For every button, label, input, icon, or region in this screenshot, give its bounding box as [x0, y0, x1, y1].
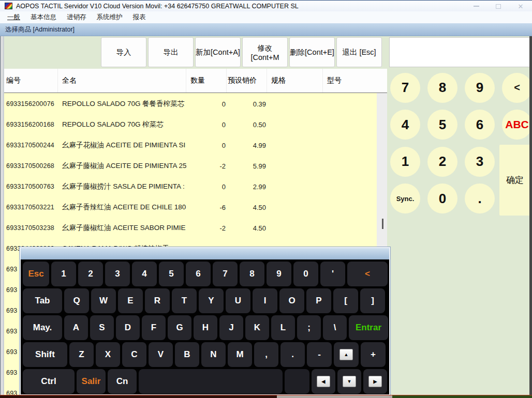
key-backslash[interactable]: \ — [323, 315, 347, 340]
key-n[interactable]: N — [201, 342, 226, 367]
key-j[interactable]: J — [219, 315, 243, 340]
key-ctrl[interactable]: Ctrl — [23, 369, 75, 394]
key-s[interactable]: S — [90, 315, 114, 340]
key-salir[interactable]: Salir — [77, 369, 106, 394]
export-button[interactable]: 导出 — [148, 37, 194, 67]
key-4[interactable]: 4 — [132, 262, 157, 286]
key-g[interactable]: G — [168, 315, 191, 340]
key-2[interactable]: 2 — [78, 262, 103, 286]
menu-item-basic-info[interactable]: 基本信息 — [25, 12, 62, 23]
key-6[interactable]: 6 — [186, 262, 211, 286]
cell-name: 幺麻子香辣红油 ACEITE DE CHILE 180 — [58, 203, 186, 212]
key-b[interactable]: B — [175, 342, 199, 367]
key-bracket-close[interactable]: ] — [360, 288, 385, 313]
exit-button[interactable]: 退出 [Esc] — [336, 37, 382, 67]
key-cn[interactable]: Cn — [108, 369, 137, 394]
key-c[interactable]: C — [122, 342, 146, 367]
keypad-key-8[interactable]: 8 — [427, 73, 457, 103]
key-d[interactable]: D — [116, 315, 140, 340]
table-row[interactable]: 6933156200076REPOLLO SALADO 70G 餐餐香榨菜芯00… — [4, 94, 377, 114]
key-semicolon[interactable]: ; — [297, 315, 321, 340]
keypad-key-3[interactable]: 3 — [465, 147, 495, 177]
table-row[interactable]: 6933170503238幺麻子藤椒红油 ACEITE SABOR PIMIE-… — [4, 218, 377, 238]
key-q[interactable]: Q — [64, 288, 89, 313]
keypad-key-1[interactable]: 1 — [390, 147, 420, 177]
keypad-decimal-button[interactable]: . — [465, 183, 495, 213]
keypad-key-7[interactable]: 7 — [390, 73, 420, 103]
key-arrow-left[interactable]: ◀ — [312, 369, 335, 394]
keypad-abc-button[interactable]: ABC — [502, 110, 532, 140]
key-e[interactable]: E — [118, 288, 143, 313]
menu-item-inventory[interactable]: 进销存 — [62, 12, 92, 23]
keypad-key-9[interactable]: 9 — [465, 73, 495, 103]
sync-button[interactable]: Sync. — [390, 183, 420, 213]
key-may[interactable]: May. — [23, 315, 62, 340]
key-arrow-up[interactable]: ▲ — [334, 342, 359, 367]
table-row[interactable]: 6933170500763幺麻子藤椒捞汁 SASLA DE PIMIENTA :… — [4, 176, 377, 197]
toolbar: 导入导出新加[Cont+A]修改 [Cont+M删除[Cont+E]退出 [Es… — [101, 37, 382, 67]
key-z[interactable]: Z — [69, 342, 94, 367]
key-entrar[interactable]: Entrar — [349, 315, 388, 340]
menu-item-maintenance[interactable]: 系统维护 — [92, 12, 128, 23]
key-p[interactable]: P — [306, 288, 331, 313]
key-m[interactable]: M — [228, 342, 252, 367]
key-x[interactable]: X — [96, 342, 120, 367]
key-l[interactable]: L — [271, 315, 295, 340]
keypad-key-2[interactable]: 2 — [427, 147, 457, 177]
keypad-backspace-button[interactable]: < — [502, 73, 532, 103]
delete-button[interactable]: 删除[Cont+E] — [289, 37, 335, 67]
key-a[interactable]: A — [64, 315, 88, 340]
scrollbar-thumb[interactable] — [382, 219, 383, 229]
key-3[interactable]: 3 — [105, 262, 130, 286]
key-f[interactable]: F — [142, 315, 166, 340]
close-button[interactable]: ✕ — [516, 2, 525, 10]
keypad-key-0[interactable]: 0 — [427, 183, 457, 213]
menu-item-reports[interactable]: 报表 — [128, 12, 151, 23]
key-h[interactable]: H — [194, 315, 217, 340]
table-row[interactable]: 6933156200168REPOLLO SALADO 70G 榨菜芯00.50 — [4, 114, 377, 135]
keypad-key-4[interactable]: 4 — [390, 110, 420, 140]
maximize-button[interactable] — [494, 2, 503, 10]
key-r[interactable]: R — [145, 288, 170, 313]
key-8[interactable]: 8 — [240, 262, 264, 286]
key-quote[interactable]: ' — [320, 262, 345, 286]
key-0[interactable]: 0 — [293, 262, 318, 286]
key-k[interactable]: K — [245, 315, 269, 340]
key-arrow-right[interactable]: ▶ — [363, 369, 387, 394]
table-row[interactable]: 6933170500268幺麻子藤椒油 ACEITE DE PIMIENTA 2… — [4, 156, 377, 176]
key-bracket-open[interactable]: [ — [333, 288, 358, 313]
key-t[interactable]: T — [172, 288, 197, 313]
key-9[interactable]: 9 — [267, 262, 291, 286]
keypad-key-6[interactable]: 6 — [465, 110, 495, 140]
keypad-key-5[interactable]: 5 — [427, 110, 457, 140]
key-period[interactable]: . — [280, 342, 305, 367]
key-tab[interactable]: Tab — [23, 288, 62, 313]
key-minus[interactable]: - — [307, 342, 332, 367]
menu-item-general[interactable]: 一般 — [2, 12, 25, 23]
key-7[interactable]: 7 — [213, 262, 238, 286]
key-v[interactable]: V — [149, 342, 173, 367]
key-plus[interactable]: + — [361, 342, 386, 367]
key-i[interactable]: I — [253, 288, 277, 313]
key-5[interactable]: 5 — [159, 262, 184, 286]
import-button[interactable]: 导入 — [101, 37, 146, 67]
key-o[interactable]: O — [279, 288, 304, 313]
key-1[interactable]: 1 — [51, 262, 76, 286]
key-w[interactable]: W — [91, 288, 116, 313]
key-u[interactable]: U — [226, 288, 250, 313]
keyboard-title-bar[interactable] — [21, 248, 389, 259]
minimize-button[interactable] — [472, 2, 480, 10]
add-button[interactable]: 新加[Cont+A] — [195, 37, 241, 67]
key-space[interactable] — [139, 369, 283, 394]
key-esc[interactable]: Esc — [23, 262, 49, 286]
table-row[interactable]: 6933170503221幺麻子香辣红油 ACEITE DE CHILE 180… — [4, 197, 377, 218]
key-arrow-down[interactable]: ▼ — [337, 369, 361, 394]
table-row[interactable]: 6933170500244幺麻子花椒油 ACEITE DE PIMIENTA S… — [4, 135, 377, 156]
key-comma[interactable]: , — [254, 342, 278, 367]
confirm-button[interactable]: 确定 — [499, 145, 530, 216]
key-blank[interactable] — [285, 369, 309, 394]
key-y[interactable]: Y — [199, 288, 224, 313]
key-backspace[interactable]: < — [347, 262, 388, 286]
modify-button[interactable]: 修改 [Cont+M — [242, 37, 288, 67]
key-shift[interactable]: Shift — [23, 342, 67, 367]
